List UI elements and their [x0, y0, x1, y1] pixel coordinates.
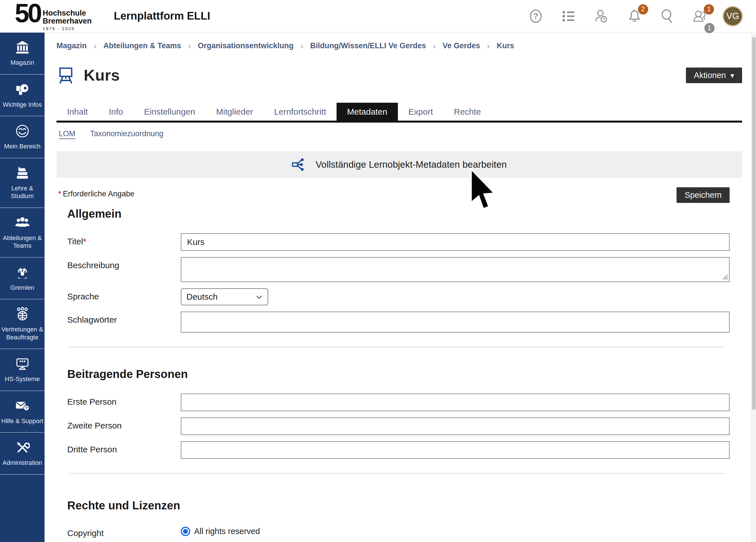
breadcrumb-bildung-wissen-elli-ve-gerdes[interactable]: Bildung/Wissen/ELLI Ve Gerdes — [310, 41, 426, 50]
speichern-button[interactable]: Speichern — [677, 187, 730, 203]
bell-icon[interactable]: 2 — [627, 8, 642, 24]
section-title: Beitragende Personen — [67, 368, 730, 381]
contacts-badge-bottom: 1 — [704, 23, 715, 33]
titel-control — [181, 233, 730, 251]
sidebar-item-administration[interactable]: Administration — [0, 433, 45, 475]
logo-years: 1975 - 2025 — [43, 26, 92, 31]
erste-person-input[interactable] — [181, 394, 730, 411]
assembly-icon — [15, 265, 30, 280]
svg-text:?: ? — [533, 11, 538, 20]
caret-down-icon — [730, 71, 734, 80]
logo-50: 50 — [15, 1, 40, 25]
field-row-erste-person: Erste Person — [67, 394, 730, 411]
sidebar-item-abteilungen-teams[interactable]: Abteilungen & Teams — [0, 208, 45, 258]
tab-bar: InhaltInfoEinstellungenMitgliederLernfor… — [56, 103, 742, 123]
breadcrumb-separator: › — [433, 41, 436, 51]
tab-einstellungen[interactable]: Einstellungen — [133, 103, 205, 121]
subtab-taxonomiezuordnung[interactable]: Taxonomiezuordnung — [90, 129, 163, 138]
sidebar-item-hilfe-support[interactable]: ?Hilfe & Support — [0, 391, 45, 433]
section-rechte-und-lizenzen: Rechte und LizenzenCopyrightAll rights r… — [67, 499, 730, 538]
page-title: Kurs — [84, 66, 120, 84]
copyright-radio-label: All rights reserved — [194, 527, 260, 536]
titel-label-text: Titel — [67, 237, 83, 246]
sprache-select[interactable]: Deutsch — [181, 288, 268, 305]
copyright-label-text: Copyright — [67, 528, 104, 538]
page-head: Kurs Aktionen — [56, 66, 742, 85]
scrollbar[interactable] — [751, 33, 756, 542]
dritte-person-control — [181, 441, 730, 459]
erste-person-control — [181, 394, 730, 411]
beschreibung-textarea-wrap — [181, 257, 730, 282]
field-row-titel: Titel* — [67, 233, 730, 251]
contacts-icon[interactable]: 11 — [692, 8, 708, 24]
content: Magazin›Abteilungen & Teams›Organisation… — [56, 33, 742, 538]
sidebar-item-lehre-studium[interactable]: Lehre & Studium — [0, 158, 45, 208]
smiley-icon — [15, 124, 30, 138]
zweite-person-label: Zweite Person — [67, 417, 181, 430]
sprache-label: Sprache — [67, 288, 181, 301]
subtab-lom[interactable]: LOM — [59, 129, 75, 138]
breadcrumb-separator: › — [487, 41, 490, 51]
tools-icon — [15, 440, 30, 455]
tab-mitglieder[interactable]: Mitglieder — [206, 103, 264, 121]
scrollbar-thumb[interactable] — [752, 37, 756, 410]
tab-metadaten[interactable]: Metadaten — [337, 103, 398, 121]
sidebar-item-label: Mein Bereich — [4, 142, 40, 150]
breadcrumb-kurs[interactable]: Kurs — [497, 41, 514, 50]
aktionen-button[interactable]: Aktionen — [686, 68, 742, 83]
sidebar-item-vertretungen-beauftragte[interactable]: Vertretungen & Beauftragte — [0, 299, 45, 349]
zweite-person-control — [181, 417, 730, 435]
zweite-person-input[interactable] — [181, 417, 730, 435]
breadcrumb-ve-gerdes[interactable]: Ve Gerdes — [443, 41, 480, 50]
tab-info[interactable]: Info — [98, 103, 133, 121]
svg-text:?: ? — [25, 406, 28, 410]
tab-lernfortschritt[interactable]: Lernfortschritt — [264, 103, 337, 121]
dritte-person-input[interactable] — [181, 441, 730, 459]
help-icon[interactable]: ? — [528, 8, 544, 24]
section-title: Allgemein — [67, 207, 730, 220]
required-note: *Erforderliche Angabe — [58, 187, 135, 198]
erste-person-label: Erste Person — [67, 394, 181, 407]
tab-rechte[interactable]: Rechte — [444, 103, 492, 121]
breadcrumb-separator: › — [188, 41, 191, 51]
sidebar-item-label: Wichtige Infos — [3, 101, 42, 109]
metadata-edit-banner[interactable]: Vollständige Lernobjekt-Metadaten bearbe… — [56, 151, 742, 178]
header-icon-bar: ?211 — [528, 8, 708, 24]
search-icon[interactable] — [660, 8, 675, 24]
hochschule-bremerhaven-logo[interactable]: 50 Hochschule Bremerhaven 1975 - 2025 — [15, 1, 92, 31]
titel-label: Titel* — [67, 233, 181, 246]
avatar[interactable]: VG — [723, 6, 743, 26]
logo-name-line2: Bremerhaven — [43, 17, 92, 25]
breadcrumb-abteilungen-teams[interactable]: Abteilungen & Teams — [103, 41, 181, 50]
tab-export[interactable]: Export — [398, 103, 444, 121]
app-title: Lernplattform ELLI — [114, 10, 210, 22]
section-beitragende-personen: Beitragende PersonenErste PersonZweite P… — [67, 368, 730, 459]
required-asterisk: * — [58, 190, 61, 198]
megaphone-icon — [15, 82, 30, 97]
schlagwoerter-input[interactable] — [181, 312, 730, 333]
sidebar-item-wichtige-infos[interactable]: Wichtige Infos — [0, 75, 45, 117]
list-icon[interactable] — [561, 8, 577, 24]
schlagwoerter-label-text: Schlagwörter — [67, 315, 117, 324]
section-allgemein: AllgemeinTitel*BeschreibungSpracheDeutsc… — [67, 207, 730, 333]
copyright-radio-row: All rights reserved — [181, 525, 730, 536]
copyright-radio[interactable] — [181, 527, 190, 536]
sidebar-item-mein-bereich[interactable]: Mein Bereich — [0, 116, 45, 158]
titel-input[interactable] — [181, 233, 730, 251]
dritte-person-label-text: Dritte Person — [67, 445, 117, 454]
logo-name-line1: Hochschule — [43, 9, 92, 17]
sidebar-item-gremien[interactable]: Gremien — [0, 258, 45, 300]
schlagwoerter-control — [181, 312, 730, 333]
beschreibung-control — [181, 257, 730, 282]
beschreibung-label-text: Beschreibung — [67, 261, 119, 270]
tab-inhalt[interactable]: Inhalt — [56, 103, 98, 121]
breadcrumb-organisationsentwicklung[interactable]: Organisationsentwicklung — [198, 41, 294, 50]
sidebar-item-magazin[interactable]: Magazin — [0, 33, 45, 75]
share-node-icon — [292, 157, 308, 173]
breadcrumb-magazin[interactable]: Magazin — [56, 41, 87, 50]
beschreibung-textarea[interactable] — [181, 257, 730, 282]
breadcrumb: Magazin›Abteilungen & Teams›Organisation… — [56, 33, 742, 51]
user-status-icon[interactable] — [594, 8, 610, 24]
sidebar-item-hs-systeme[interactable]: HS-Systeme — [0, 349, 45, 391]
schlagwoerter-label: Schlagwörter — [67, 312, 181, 325]
